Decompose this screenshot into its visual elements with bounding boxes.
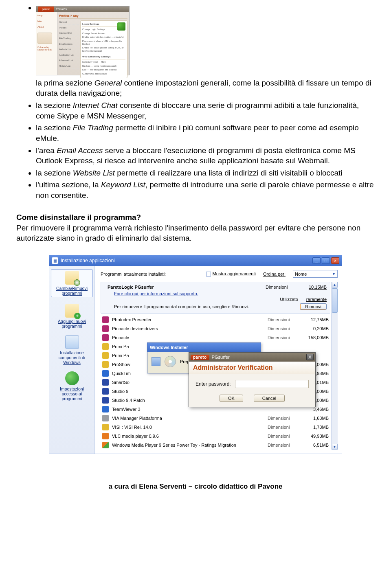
show-updates-checkbox[interactable]: Mostra aggiornamenti (206, 271, 256, 276)
size-value: 3,46MB (300, 407, 329, 412)
program-icon (102, 334, 109, 341)
box-icon (65, 271, 79, 285)
program-row[interactable]: PinnacleDimensioni158,00MB (101, 333, 330, 342)
maximize-button[interactable]: □ (322, 257, 330, 264)
selected-program[interactable]: ParetoLogic PGsurfer Dimensioni 10,15MB … (101, 282, 330, 314)
av-logo: pareto (191, 355, 209, 360)
program-icon (102, 325, 109, 332)
sidebar-windows-components[interactable]: Installazione componenti di Windows (51, 335, 93, 365)
bullet-5: la sezione Website List permette di real… (36, 168, 375, 178)
program-row[interactable]: Windows Media Player 9 Series Power Toy … (101, 441, 330, 450)
av-close-button[interactable]: X (306, 354, 314, 360)
window-icon (65, 335, 79, 349)
globe-icon (65, 371, 79, 385)
program-icon (102, 343, 109, 350)
program-icon (102, 406, 109, 412)
size-label: Dimensioni (268, 335, 300, 340)
scroll-down-icon[interactable]: ▼ (332, 444, 338, 450)
close-button[interactable]: × (331, 257, 339, 264)
program-row[interactable]: VLC media player 0.9.6Dimensioni49,93MB (101, 432, 330, 441)
program-name: Pinnacle device drivers (112, 326, 268, 331)
package-icon (152, 357, 160, 366)
size-label: Dimensioni (268, 425, 300, 430)
program-row[interactable]: Pinnacle device driversDimensioni0,20MB (101, 324, 330, 333)
page-footer: a cura di Elena Serventi – circolo didat… (16, 483, 375, 491)
uninstall-paragraph: Per rimuovere il programma verrà richies… (16, 223, 375, 244)
size-value: 1,73MB (300, 425, 329, 430)
program-row[interactable]: Photodex PresenterDimensioni12,75MB (101, 315, 330, 324)
sidebar-change-remove[interactable]: Cambia/Rimuovi programmi (51, 269, 93, 297)
admin-verification-dialog: pareto PGsurfer X Administrator Verifica… (189, 352, 316, 407)
program-icon (102, 388, 109, 395)
program-name: TeamViewer 3 (112, 407, 268, 412)
bullet-2: la sezione Internet Chat consente di blo… (36, 100, 375, 121)
sidebar-add-new[interactable]: Aggiungi nuovi programmi (51, 304, 93, 329)
app-icon: ▦ (52, 257, 58, 264)
program-icon (102, 442, 109, 448)
size-label: Dimensioni (268, 416, 300, 421)
program-icon (102, 415, 109, 421)
pgsurfer-thumbnail: pareto PGsurfer Help Info About Online s… (36, 6, 130, 75)
program-row[interactable]: VIA Manager PiattaformaDimensioni1,63MB (101, 414, 330, 423)
program-icon (102, 370, 109, 377)
box-plus-icon (65, 304, 79, 318)
program-icon (102, 352, 109, 359)
program-name: Pinnacle (112, 335, 268, 340)
program-name: Windows Media Player 9 Series Power Toy … (112, 443, 268, 448)
program-name: VIA Manager Piattaforma (112, 416, 268, 421)
program-name: Photodex Presenter (112, 317, 268, 322)
program-icon (102, 397, 109, 404)
bullet-1: pareto PGsurfer Help Info About Online s… (36, 2, 375, 99)
window-titlebar[interactable]: ▦ Installazione applicazioni _ □ × (49, 255, 342, 266)
size-label: Dimensioni (268, 443, 300, 448)
bullet-4: l'area Email Access serve a bloccare l'e… (36, 145, 375, 166)
disc-icon (165, 356, 176, 367)
thumb-side-icon (37, 33, 52, 44)
scroll-up-icon[interactable]: ▲ (332, 282, 338, 287)
av-cancel-button[interactable]: Cancel (254, 395, 285, 402)
thumb-section-list: General Profiles Internet Chat File Trad… (59, 20, 79, 78)
av-password-label: Enter password: (196, 381, 231, 387)
support-link[interactable]: Fare clic qui per informazioni sul suppo… (114, 291, 327, 296)
add-remove-programs-window: ▦ Installazione applicazioni _ □ × Cambi… (49, 255, 342, 454)
installed-label: Programmi attualmente installati: (101, 272, 166, 276)
remove-button[interactable]: Rimuovi (300, 303, 327, 310)
size-value: 12,75MB (300, 317, 329, 322)
program-name: VLC media player 0.9.6 (112, 434, 268, 439)
bullet-3: la sezione File Trading permette di inib… (36, 123, 375, 143)
chevron-down-icon: ▼ (332, 272, 336, 276)
sort-label: Ordina per: (263, 272, 286, 276)
program-icon (102, 433, 109, 439)
av-password-input[interactable] (235, 380, 309, 388)
thumb-logo: pareto (38, 7, 54, 12)
size-label: Dimensioni (268, 434, 300, 439)
size-value: 1,63MB (300, 416, 329, 421)
thumb-appname: PGsurfer (56, 7, 67, 11)
scroll-thumb[interactable] (332, 288, 338, 313)
size-value: 49,93MB (300, 434, 329, 439)
wi-titlebar[interactable]: Windows Installer (147, 343, 261, 352)
sort-select[interactable]: Nome ▼ (293, 270, 338, 278)
program-name: VISI : VISI Rel. 14.0 (112, 425, 268, 430)
av-titlebar[interactable]: pareto PGsurfer X (189, 353, 315, 362)
minimize-button[interactable]: _ (312, 257, 321, 264)
program-icon (102, 379, 109, 386)
program-row[interactable]: VISI : VISI Rel. 14.0Dimensioni1,73MB (101, 423, 330, 432)
main-panel: Programmi attualmente installati: Mostra… (95, 266, 342, 454)
sidebar-program-access[interactable]: Impostazioni accesso ai programmi (51, 371, 93, 401)
thumb-green-icon (117, 22, 125, 31)
program-icon (102, 424, 109, 430)
size-value: 0,20MB (300, 326, 329, 331)
program-icon (102, 361, 109, 368)
scrollbar[interactable]: ▲ ▼ (331, 282, 338, 450)
size-label: Dimensioni (268, 326, 300, 331)
size-label: Dimensioni (268, 317, 300, 322)
thumb-breadcrumb: Profiles > amy (59, 14, 127, 19)
window-title: Installazione applicazioni (61, 258, 115, 263)
sidebar: Cambia/Rimuovi programmi Aggiungi nuovi … (49, 266, 95, 454)
uninstall-heading: Come disinstallare il programma? (16, 213, 375, 222)
size-value: 158,00MB (300, 335, 329, 340)
av-ok-button[interactable]: OK (220, 395, 243, 402)
size-value: 6,51MB (300, 443, 329, 448)
bullet-6: l'ultima sezione, la Keyword List, perme… (36, 180, 375, 200)
